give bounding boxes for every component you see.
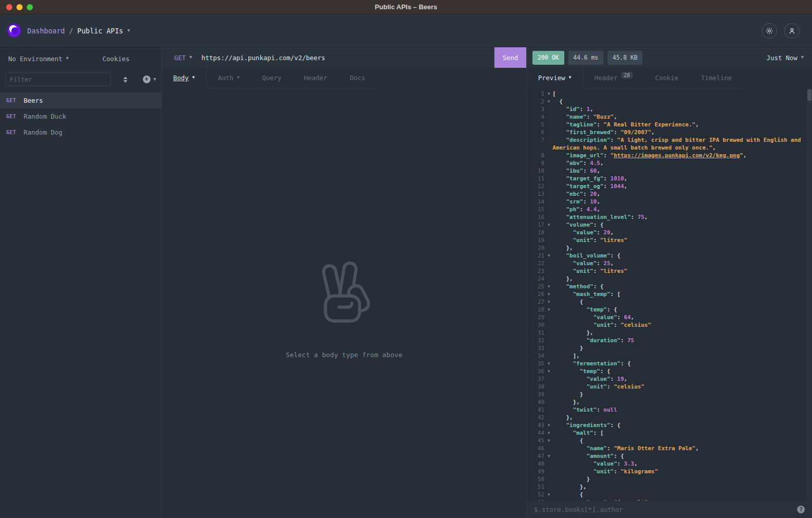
fold-arrow-icon[interactable]: ▼ [545,98,552,105]
tab-body[interactable]: Body ▼ [162,68,207,88]
code-line: 47▼ "amount": { [527,452,812,460]
fold-arrow-icon[interactable]: ▼ [545,306,552,313]
fold-gutter [545,391,552,398]
line-number: 47 [527,452,545,460]
line-number: 53 [527,498,545,501]
breadcrumb-project[interactable]: Public APIs [77,27,123,35]
fold-arrow-icon[interactable]: ▼ [545,298,552,306]
code-line: 34 ], [527,352,812,360]
add-request-button[interactable]: + ▼ [143,76,156,83]
url-input[interactable]: https://api.punkapi.com/v2/beers [201,54,494,62]
line-number: 29 [527,313,545,321]
line-number: 37 [527,375,545,383]
environment-selector[interactable]: No Environment ▼ [8,55,69,63]
code-text: } [552,344,812,352]
code-line: 12 "target_og": 1044, [527,182,812,190]
fold-arrow-icon[interactable]: ▼ [545,437,552,445]
fold-gutter [545,375,552,383]
response-history-dropdown[interactable]: Just Now ▼ [766,54,804,62]
fold-arrow-icon[interactable]: ▼ [545,221,552,229]
code-text: }, [552,398,812,406]
close-window-icon[interactable] [6,4,12,10]
method-badge: GET [6,130,24,135]
zoom-window-icon[interactable] [27,4,33,10]
fold-arrow-icon[interactable]: ▼ [545,252,552,260]
code-text: }, [552,244,812,252]
line-number: 20 [527,244,545,252]
code-line: 46 "name": "Maris Otter Extra Pale", [527,445,812,452]
method-selector[interactable]: GET ▼ [174,54,192,62]
fold-arrow-icon[interactable]: ▼ [545,367,552,375]
code-text: "ingredients": { [552,421,812,429]
cookies-button[interactable]: Cookies [102,55,130,63]
send-button[interactable]: Send [494,47,526,68]
code-text: "value": 3.3, [552,460,812,468]
scrollbar-thumb[interactable] [807,89,811,101]
fold-arrow-icon[interactable]: ▼ [545,283,552,290]
sidebar-filter-input[interactable] [5,72,111,86]
code-text: "boil_volume": { [552,252,812,260]
line-number: 14 [527,198,545,206]
line-number: 2 [527,98,545,105]
chevron-down-icon: ▼ [801,54,804,60]
fold-arrow-icon[interactable]: ▼ [545,421,552,429]
line-number: 19 [527,236,545,244]
fold-arrow-icon[interactable]: ▼ [545,429,552,437]
code-text: { [552,437,812,445]
tab-response-header[interactable]: Header 28 [583,68,644,88]
minimize-window-icon[interactable] [16,4,23,10]
tab-timeline[interactable]: Timeline [690,68,743,88]
code-line: 42 }, [527,414,812,421]
code-line: 9 "abv": 4.5, [527,159,812,167]
code-text: "malt": [ [552,429,812,437]
code-text: "twist": null [552,406,812,414]
fold-arrow-icon[interactable]: ▼ [545,452,552,460]
tab-auth[interactable]: Auth ▼ [207,68,251,88]
fold-arrow-icon[interactable]: ▼ [545,360,552,367]
fold-arrow-icon[interactable]: ▼ [545,290,552,298]
line-number: 5 [527,121,545,128]
code-text: { [552,98,812,105]
sort-button[interactable] [117,77,134,83]
line-number: 51 [527,483,545,491]
line-number: 26 [527,290,545,298]
code-text: "unit": "kilograms" [552,468,812,475]
code-text: { [552,491,812,498]
code-text: }, [552,329,812,337]
tab-label: Header [595,74,618,82]
tab-query[interactable]: Query [251,68,293,88]
chevron-down-icon: ▼ [569,75,571,80]
response-filter-input[interactable]: $.store.books[*].author [534,506,797,513]
tab-cookie[interactable]: Cookie [644,68,690,88]
code-text: "value": 20, [552,229,812,236]
chevron-down-icon[interactable]: ▼ [127,28,130,33]
code-line: 35▼ "fermentation": { [527,360,812,367]
fold-gutter [545,267,552,275]
fold-gutter [545,236,552,244]
code-text: "ph": 4.4, [552,206,812,213]
code-line: 40 }, [527,398,812,406]
line-number: 43 [527,421,545,429]
account-button[interactable] [784,23,800,39]
request-item-random-dog[interactable]: GET Random Dog [0,124,161,140]
request-item-random-duck[interactable]: GET Random Duck [0,108,161,124]
response-url-link[interactable]: https://images.punkapi.com/v2/keg.png [614,152,740,159]
fold-arrow-icon[interactable]: ▼ [545,491,552,498]
settings-button[interactable] [762,23,777,39]
code-text: } [552,475,812,483]
tab-header[interactable]: Header [293,68,339,88]
tab-preview[interactable]: Preview ▼ [527,68,583,88]
code-lines: 1▼[2▼ {3 "id": 1,4 "name": "Buzz",5 "tag… [527,90,812,501]
code-line: 29 "value": 64, [527,313,812,321]
fold-gutter [545,337,552,344]
help-icon[interactable]: ? [797,506,805,513]
sort-desc-icon [123,80,127,83]
line-number: 32 [527,337,545,344]
code-line: 21▼ "boil_volume": { [527,252,812,260]
tab-docs[interactable]: Docs [339,68,377,88]
fold-arrow-icon[interactable]: ▼ [545,90,552,98]
scrollbar[interactable] [807,88,812,501]
breadcrumb-dashboard-link[interactable]: Dashboard [27,27,65,35]
request-item-beers[interactable]: GET Beers [0,92,161,108]
fold-gutter [545,383,552,391]
